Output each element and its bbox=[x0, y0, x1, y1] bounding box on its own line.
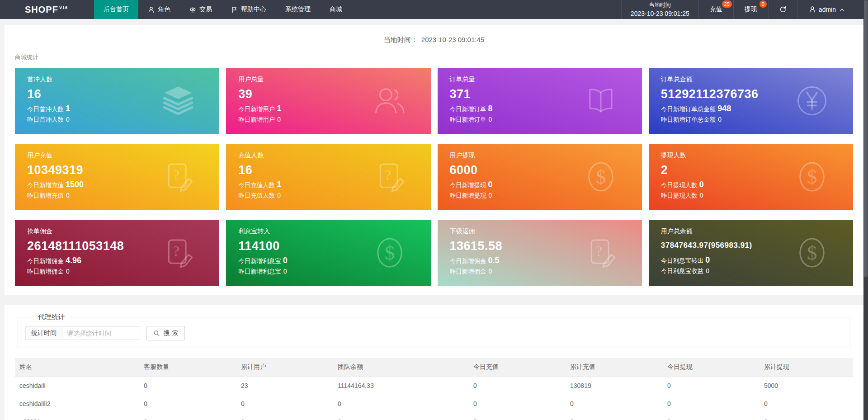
stat-card-order-total-amount: 订单总金额51292112376736今日新增订单总金额948昨日新增订单总金额… bbox=[649, 68, 853, 134]
users-icon bbox=[372, 83, 407, 118]
section-title: 商城统计 bbox=[15, 53, 853, 61]
scales-icon bbox=[189, 6, 196, 13]
dollar-circle-icon: $ bbox=[794, 235, 830, 270]
stat-time-input[interactable] bbox=[62, 326, 140, 340]
table-cell: 0 bbox=[139, 377, 236, 395]
table-cell: 0 bbox=[236, 413, 333, 420]
layers-icon bbox=[160, 83, 196, 118]
main-menu: 后台首页角色交易帮助中心系统管理商城 bbox=[94, 0, 352, 19]
admin-menu[interactable]: admin bbox=[797, 0, 855, 19]
local-time-label: 当地时间 bbox=[649, 1, 671, 9]
refresh-button[interactable] bbox=[768, 0, 797, 19]
svg-text:$: $ bbox=[595, 165, 606, 188]
nav-item-label: 角色 bbox=[158, 5, 170, 14]
table-cell: 0 bbox=[663, 377, 760, 395]
dollar-circle-icon: $ bbox=[372, 235, 407, 270]
card-title: 订单总量 bbox=[450, 76, 642, 84]
table-row: ceshidalili20000000 bbox=[15, 395, 853, 413]
recharge-badge: 25 bbox=[722, 0, 732, 8]
card-title: 用户提现 bbox=[450, 151, 642, 160]
table-header-cell: 累计提现 bbox=[760, 358, 853, 377]
svg-text:?: ? bbox=[173, 167, 179, 183]
nav-item-mall[interactable]: 商城 bbox=[320, 0, 352, 19]
doc-edit-icon: ? bbox=[583, 235, 618, 270]
table-cell: 5000 bbox=[760, 377, 853, 395]
search-icon bbox=[153, 330, 160, 337]
stat-time-label: 统计时间 bbox=[25, 326, 62, 340]
svg-text:$: $ bbox=[807, 241, 817, 264]
card-title: 下级返佣 bbox=[450, 227, 642, 236]
book-icon bbox=[583, 83, 618, 118]
user-icon bbox=[809, 6, 816, 13]
nav-item-trade[interactable]: 交易 bbox=[180, 0, 222, 19]
yen-circle-icon bbox=[794, 83, 830, 118]
refresh-icon bbox=[779, 6, 787, 13]
table-cell: 0 bbox=[760, 395, 853, 413]
agent-stats-panel: 代理统计 统计时间 搜 索 姓名客服数量累计用户团队余额今日充值累计充值今日提现… bbox=[5, 305, 863, 420]
table-header-cell: 累计用户 bbox=[236, 358, 333, 377]
table-cell: 0 bbox=[139, 395, 236, 413]
svg-text:$: $ bbox=[384, 241, 395, 264]
agent-search-form: 统计时间 搜 索 bbox=[25, 326, 850, 340]
withdraw-button[interactable]: 提现 0 bbox=[733, 0, 768, 19]
table-cell: 11144164.33 bbox=[333, 377, 469, 395]
dollar-circle-icon: $ bbox=[794, 159, 830, 194]
stat-card-recharge-users: 充值人数16今日充值人数1昨日充值人数0? bbox=[226, 144, 430, 210]
table-cell: 130819 bbox=[566, 377, 663, 395]
table-cell: 0 bbox=[566, 395, 663, 413]
card-title: 提现人数 bbox=[661, 151, 853, 160]
logo-version: V16 bbox=[59, 5, 68, 10]
dollar-circle-icon: $ bbox=[583, 159, 618, 194]
agent-stats-legend: 代理统计 bbox=[33, 313, 70, 321]
table-cell: 0 bbox=[469, 413, 566, 420]
agent-table: 姓名客服数量累计用户团队余额今日充值累计充值今日提现累计提现 ceshidail… bbox=[15, 358, 853, 420]
table-cell: ceshidaili bbox=[15, 377, 139, 395]
doc-edit-icon: ? bbox=[160, 159, 196, 194]
doc-edit-icon: ? bbox=[372, 159, 407, 194]
vertical-scrollbar[interactable] bbox=[863, 0, 868, 420]
stat-card-user-withdraw: 用户提现6000今日新增提现0昨日新增提现0$ bbox=[438, 144, 642, 210]
top-navbar: SHOPFV16 后台首页角色交易帮助中心系统管理商城 当地时间 2023-10… bbox=[0, 0, 868, 19]
stat-card-sub-rebate: 下级返佣13615.58今日新增佣金0.5昨日新增佣金0? bbox=[438, 220, 642, 286]
table-cell: 0 bbox=[663, 395, 760, 413]
table-header-row: 姓名客服数量累计用户团队余额今日充值累计充值今日提现累计提现 bbox=[15, 358, 853, 377]
navbar-local-time: 当地时间 2023-10-23 09:01:25 bbox=[621, 0, 698, 19]
recharge-button[interactable]: 充值 25 bbox=[698, 0, 733, 19]
nav-item-help[interactable]: 帮助中心 bbox=[222, 0, 276, 19]
nav-item-label: 商城 bbox=[330, 5, 342, 14]
nav-item-roles[interactable]: 角色 bbox=[138, 0, 180, 19]
card-title: 首冲人数 bbox=[27, 76, 219, 84]
nav-item-label: 后台首页 bbox=[104, 5, 129, 14]
table-cell: 0 bbox=[566, 413, 663, 420]
stat-cards-grid: 首冲人数16今日首冲人数1昨日首冲人数0用户总量39今日新增用户1昨日新增用户0… bbox=[15, 68, 853, 286]
card-title: 抢单佣金 bbox=[27, 227, 219, 236]
table-cell: 0 bbox=[760, 413, 853, 420]
table-cell: 0 bbox=[469, 377, 566, 395]
svg-text:?: ? bbox=[384, 167, 391, 183]
scrollbar-thumb[interactable] bbox=[864, 0, 868, 277]
search-button[interactable]: 搜 索 bbox=[146, 326, 185, 340]
table-cell: a00001 bbox=[15, 413, 139, 420]
nav-item-home[interactable]: 后台首页 bbox=[94, 0, 138, 19]
page-time-label: 当地时间： bbox=[384, 36, 418, 43]
card-title: 充值人数 bbox=[238, 151, 430, 160]
card-title: 用户总余额 bbox=[661, 227, 853, 236]
stat-card-order-commission: 抢单佣金26148111053148今日新增佣金4.96昨日新增佣金0? bbox=[15, 220, 219, 286]
table-header-cell: 今日充值 bbox=[469, 358, 566, 377]
stat-card-total-orders: 订单总量371今日新增订单8昨日新增订单0 bbox=[438, 68, 642, 134]
card-title: 订单总金额 bbox=[661, 76, 853, 84]
table-header-cell: 姓名 bbox=[15, 358, 139, 377]
shop-stats-panel: 当地时间：2023-10-23 09:01:45 商城统计 首冲人数16今日首冲… bbox=[5, 25, 863, 295]
card-title: 用户总量 bbox=[238, 76, 430, 84]
table-cell: 0 bbox=[333, 413, 469, 420]
withdraw-badge: 0 bbox=[760, 0, 767, 8]
table-header-cell: 今日提现 bbox=[663, 358, 760, 377]
table-header-cell: 团队余额 bbox=[333, 358, 469, 377]
table-cell: 0 bbox=[236, 395, 333, 413]
nav-item-label: 交易 bbox=[199, 5, 212, 14]
agent-stats-fieldset: 代理统计 统计时间 搜 索 bbox=[18, 313, 850, 348]
table-header-cell: 累计充值 bbox=[566, 358, 663, 377]
stat-card-withdraw-users: 提现人数2今日提现人数0昨日提现人数0$ bbox=[649, 144, 853, 210]
nav-item-system[interactable]: 系统管理 bbox=[276, 0, 320, 19]
page-local-time: 当地时间：2023-10-23 09:01:45 bbox=[15, 31, 853, 52]
